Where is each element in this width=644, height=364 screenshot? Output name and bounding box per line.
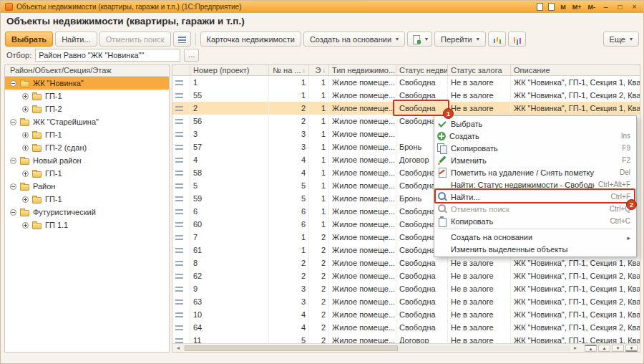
table-row[interactable]: 6222Жилое помеще...СвободнаНе в залогеЖК… xyxy=(172,269,640,282)
new-document-icon xyxy=(411,35,421,44)
cell: 2 xyxy=(309,282,329,295)
report-button-2[interactable] xyxy=(508,32,526,47)
select-button[interactable]: Выбрать xyxy=(5,32,53,47)
menu-item[interactable]: ИзменитьF2 xyxy=(434,154,636,166)
cancel-search-icon xyxy=(437,204,447,214)
minimize-button[interactable]: – xyxy=(601,3,610,11)
tree-panel: Район/Объект/Секция/Этаж ЖК "Новинка"ГП-… xyxy=(4,64,170,353)
find-button[interactable]: Найти... xyxy=(55,32,97,47)
column-header[interactable]: Статус недвижи... xyxy=(396,65,448,75)
expand-icon[interactable] xyxy=(22,106,29,112)
cell: 5 xyxy=(269,192,309,205)
menu-item[interactable]: Пометить на удаление / Снять пометкуDel xyxy=(434,166,636,178)
tree-item[interactable]: ГП-1 xyxy=(5,90,169,102)
table-row[interactable]: 6332Жилое помеще...СвободнаНе в залогеЖК… xyxy=(172,295,640,308)
table-row[interactable]: 111Жилое помеще...СвободнаНе в залогеЖК … xyxy=(172,76,640,89)
realty-card-button[interactable]: Карточка недвижимости xyxy=(200,32,301,47)
expand-icon[interactable] xyxy=(22,145,29,151)
cell: 1 xyxy=(309,192,329,205)
menu-item[interactable]: Изменить выделенные объекты xyxy=(434,243,636,255)
tree-item[interactable]: ГП-2 (сдан) xyxy=(5,141,169,154)
tree-item[interactable]: Футуристический xyxy=(5,206,169,219)
menu-item[interactable]: СоздатьIns xyxy=(434,130,636,142)
cell: 2 xyxy=(309,334,329,343)
new-document-button[interactable] xyxy=(407,32,432,47)
column-header[interactable]: Статус залога xyxy=(448,65,511,75)
collapse-icon[interactable] xyxy=(10,209,16,216)
column-header[interactable]: № на ...↓ xyxy=(269,65,309,75)
tree-item-label: ГП-2 (сдан) xyxy=(45,143,87,152)
column-header[interactable]: Э↓ xyxy=(309,65,329,75)
folder-icon xyxy=(32,107,42,113)
scroll-left-icon[interactable]: ◂ xyxy=(175,345,182,352)
tree-item[interactable]: ГП-1 xyxy=(5,193,169,206)
folder-icon xyxy=(32,145,42,152)
table-row[interactable]: 1152Жилое помеще...ДоговорНе в залогеЖК … xyxy=(172,334,640,343)
tree-item[interactable]: Район xyxy=(5,180,169,193)
chart-icon xyxy=(492,35,502,44)
column-header[interactable]: Номер (проект) xyxy=(190,65,269,75)
tree-item[interactable]: Новый район xyxy=(5,154,169,167)
scale-down-button[interactable]: M- xyxy=(587,4,597,11)
menu-item[interactable]: Создать на основании xyxy=(434,231,636,243)
cell: 3 xyxy=(269,282,309,295)
tree-item[interactable]: ГП-1 xyxy=(5,128,169,141)
collapse-icon[interactable] xyxy=(10,80,16,87)
cell: Жилое помеще... xyxy=(329,334,396,343)
tree-item[interactable]: ЖК "Старейшина" xyxy=(5,115,169,128)
scale-up-button[interactable]: M+ xyxy=(572,4,582,11)
titlebar-doc-icon-1[interactable] xyxy=(537,3,543,11)
tree-item-label: Район xyxy=(33,182,55,191)
maximize-button[interactable]: □ xyxy=(615,3,625,11)
expand-icon[interactable] xyxy=(22,222,29,229)
cell: Жилое помеще... xyxy=(329,321,396,334)
titlebar-doc-icon-2[interactable] xyxy=(548,3,555,11)
tree-item[interactable]: ГП-2 xyxy=(5,102,169,115)
expand-icon[interactable] xyxy=(22,132,29,138)
row-icon-cell xyxy=(172,269,190,282)
configure-list-button[interactable] xyxy=(173,32,191,47)
scale-normal-button[interactable]: M xyxy=(560,4,567,11)
collapse-icon[interactable] xyxy=(10,183,16,190)
expand-icon[interactable] xyxy=(22,196,29,203)
tree-item[interactable]: ЖК "Новинка" xyxy=(5,77,169,90)
more-button[interactable]: Еще xyxy=(603,32,639,47)
go-last-button[interactable]: ▾ xyxy=(625,345,638,352)
column-header[interactable] xyxy=(172,65,190,75)
go-first-button[interactable]: ▴ xyxy=(585,345,597,352)
report-button-1[interactable] xyxy=(488,32,506,47)
delete-mark-icon xyxy=(437,168,447,177)
create-based-on-button[interactable]: Создать на основании xyxy=(303,32,405,47)
scrollbar-track[interactable] xyxy=(183,345,570,351)
scroll-right-icon[interactable]: ▸ xyxy=(572,345,579,352)
column-header[interactable]: Тип недвижимо... xyxy=(329,65,396,75)
table-row[interactable]: 6442Жилое помеще...СвободнаНе в залогеЖК… xyxy=(172,321,640,334)
menu-item[interactable]: СкопироватьF9 xyxy=(434,142,636,154)
cancel-search-button[interactable]: Отменить поиск xyxy=(99,32,171,47)
filter-options-button[interactable]: ... xyxy=(184,49,199,62)
expand-icon[interactable] xyxy=(22,171,29,177)
collapse-icon[interactable] xyxy=(10,119,16,125)
collapse-icon[interactable] xyxy=(10,158,16,164)
menu-item[interactable]: Отменить поискCtrl+Q xyxy=(434,203,636,215)
catalog-item-icon xyxy=(175,338,183,343)
tree-item[interactable]: ГП-1 xyxy=(5,167,169,180)
table-row[interactable]: 932Жилое помеще...СвободнаНе в залогеЖК … xyxy=(172,282,640,295)
scrollbar-thumb[interactable] xyxy=(185,345,398,351)
menu-item[interactable]: Выбрать xyxy=(434,118,636,130)
table-row[interactable]: 1042Жилое помеще...СвободнаНе в залогеЖК… xyxy=(172,308,640,321)
tree-item[interactable]: ГП 1.1 xyxy=(5,219,169,231)
goto-button[interactable]: Перейти xyxy=(434,32,486,47)
menu-item[interactable]: КопироватьCtrl+C xyxy=(434,215,636,227)
cell: Жилое помеще... xyxy=(329,269,396,282)
filter-value-input[interactable]: Район Равно "ЖК "Новинка"" xyxy=(35,49,180,62)
tree-item-label: ГП-2 xyxy=(45,105,62,113)
cell: 2 xyxy=(309,308,329,321)
go-next-button[interactable]: ▾ xyxy=(612,345,624,352)
expand-icon[interactable] xyxy=(22,93,29,100)
cell: Жилое помеще... xyxy=(329,244,396,257)
column-header[interactable]: Описание xyxy=(511,65,640,75)
table-row[interactable]: 822Жилое помеще...СвободнаНе в залогеЖК … xyxy=(172,257,640,269)
go-prev-button[interactable]: ▴ xyxy=(598,345,610,352)
close-button[interactable]: × xyxy=(630,3,639,11)
